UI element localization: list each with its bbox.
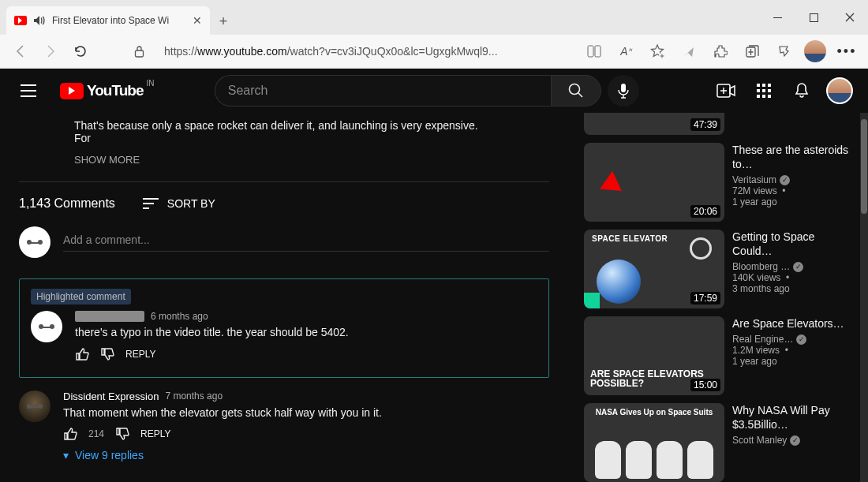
verified-icon bbox=[790, 435, 800, 446]
video-thumbnail[interactable]: 20:06 bbox=[584, 143, 724, 222]
video-title: Are Space Elevators… bbox=[732, 316, 852, 331]
browser-profile-button[interactable] bbox=[802, 39, 829, 64]
video-thumbnail[interactable]: 47:39 bbox=[584, 113, 724, 135]
divider bbox=[19, 181, 549, 182]
reply-button[interactable]: REPLY bbox=[140, 428, 170, 439]
channel-name[interactable]: Bloomberg … bbox=[732, 261, 790, 272]
url-text: https://www.youtube.com/watch?v=cv3iJQuQ… bbox=[164, 45, 498, 58]
comments-count: 1,143 Comments bbox=[19, 196, 115, 211]
svg-rect-14 bbox=[768, 89, 771, 92]
verified-icon bbox=[793, 262, 803, 272]
collections-icon[interactable] bbox=[739, 39, 765, 64]
guide-menu-button[interactable] bbox=[13, 75, 44, 106]
video-title: Getting to Space Could… bbox=[732, 230, 852, 258]
url-field[interactable]: https://www.youtube.com/watch?v=cv3iJQuQ… bbox=[156, 45, 576, 58]
extension-icon-1[interactable] bbox=[675, 39, 702, 64]
youtube-logo-icon bbox=[60, 83, 84, 99]
country-code: IN bbox=[146, 79, 154, 88]
channel-name[interactable]: Veritasium bbox=[732, 174, 776, 185]
channel-name[interactable]: Scott Manley bbox=[732, 435, 787, 446]
video-age: 1 year ago bbox=[732, 356, 852, 367]
svg-rect-13 bbox=[762, 89, 765, 92]
youtube-logo-text: YouTube bbox=[87, 82, 143, 99]
svg-rect-1 bbox=[135, 50, 143, 57]
tab-title: First Elevator into Space Wi bbox=[52, 15, 186, 26]
recommendation-item[interactable]: SPACE ELEVATOR 17:59 Getting to Space Co… bbox=[584, 230, 852, 308]
commenter-avatar[interactable] bbox=[19, 390, 51, 422]
extension-icon-2[interactable] bbox=[770, 39, 797, 64]
add-comment-input[interactable]: Add a comment... bbox=[63, 234, 549, 252]
tab-close-icon[interactable]: ✕ bbox=[193, 14, 202, 27]
comment-author[interactable]: Dissident Expression bbox=[63, 390, 159, 402]
show-more-button[interactable]: SHOW MORE bbox=[19, 151, 549, 177]
video-duration: 15:00 bbox=[690, 379, 720, 391]
window-minimize-button[interactable] bbox=[759, 0, 795, 35]
dislike-button[interactable] bbox=[100, 347, 114, 361]
view-replies-button[interactable]: ▾ View 9 replies bbox=[63, 449, 549, 461]
video-thumbnail[interactable]: SPACE ELEVATOR 17:59 bbox=[584, 230, 724, 308]
scrollbar-thumb[interactable] bbox=[861, 119, 867, 214]
commenter-avatar[interactable] bbox=[31, 311, 62, 342]
svg-rect-12 bbox=[757, 89, 760, 92]
split-screen-icon[interactable] bbox=[581, 39, 608, 64]
youtube-favicon bbox=[14, 16, 27, 25]
recommendation-item[interactable]: 47:39 6 days ago New bbox=[584, 113, 852, 135]
search-button[interactable] bbox=[551, 75, 601, 106]
caret-down-icon: ▾ bbox=[63, 449, 69, 461]
video-age: 1 year ago bbox=[732, 196, 852, 207]
new-tab-button[interactable]: + bbox=[210, 8, 237, 35]
svg-rect-2 bbox=[588, 46, 593, 57]
channel-name[interactable]: Real Engine… bbox=[732, 334, 793, 345]
forward-button[interactable] bbox=[38, 39, 63, 64]
like-button[interactable] bbox=[75, 347, 89, 361]
like-button[interactable] bbox=[63, 427, 77, 441]
create-button[interactable] bbox=[710, 75, 742, 106]
like-count: 214 bbox=[88, 428, 104, 439]
read-aloud-icon[interactable]: Aᴺ bbox=[612, 39, 639, 64]
svg-rect-7 bbox=[621, 84, 626, 92]
search-input[interactable] bbox=[215, 75, 551, 106]
verified-icon bbox=[796, 334, 806, 345]
svg-rect-16 bbox=[762, 95, 765, 98]
dislike-button[interactable] bbox=[115, 427, 129, 441]
video-duration: 17:59 bbox=[690, 292, 720, 305]
video-duration: 20:06 bbox=[690, 205, 720, 218]
reply-button[interactable]: REPLY bbox=[125, 349, 155, 360]
window-close-button[interactable] bbox=[832, 0, 868, 35]
account-button[interactable] bbox=[824, 75, 855, 106]
recommendation-item[interactable]: ARE SPACE ELEVATORS POSSIBLE? 15:00 Are … bbox=[584, 316, 852, 395]
site-info-lock-icon[interactable] bbox=[126, 39, 152, 64]
description-snippet: That's because only a space rocket can d… bbox=[19, 113, 549, 151]
audio-playing-icon[interactable] bbox=[33, 15, 46, 26]
apps-button[interactable] bbox=[748, 75, 780, 106]
comment: Dissident Expression 7 months ago That m… bbox=[19, 390, 549, 462]
comment-text: That moment when the elevator gets stuck… bbox=[63, 405, 549, 421]
video-thumbnail[interactable]: ARE SPACE ELEVATORS POSSIBLE? 15:00 bbox=[584, 316, 724, 395]
page-scrollbar[interactable] bbox=[860, 113, 868, 482]
sort-comments-button[interactable]: SORT BY bbox=[142, 197, 215, 210]
browser-tab[interactable]: First Elevator into Space Wi ✕ bbox=[6, 6, 210, 35]
comment-time[interactable]: 7 months ago bbox=[165, 390, 223, 402]
comment-time[interactable]: 6 months ago bbox=[151, 311, 208, 322]
voice-search-button[interactable] bbox=[608, 75, 639, 106]
video-duration: 47:39 bbox=[690, 118, 720, 131]
recommendation-item[interactable]: 20:06 These are the asteroids to… Verita… bbox=[584, 143, 852, 222]
notifications-button[interactable] bbox=[786, 75, 817, 106]
extensions-icon[interactable] bbox=[707, 39, 734, 64]
refresh-button[interactable] bbox=[68, 39, 93, 64]
recommendations-sidebar: 47:39 6 days ago New 20:06 These are the… bbox=[568, 113, 860, 482]
browser-menu-button[interactable]: ••• bbox=[833, 39, 860, 64]
back-button[interactable] bbox=[8, 39, 33, 64]
sort-label: SORT BY bbox=[167, 197, 215, 210]
address-bar: https://www.youtube.com/watch?v=cv3iJQuQ… bbox=[0, 35, 868, 69]
favorites-icon[interactable] bbox=[644, 39, 671, 64]
video-thumbnail[interactable]: NASA Gives Up on Space Suits bbox=[584, 403, 724, 482]
current-user-avatar[interactable] bbox=[19, 226, 51, 258]
window-maximize-button[interactable] bbox=[795, 0, 832, 35]
video-views: 1.2M views bbox=[732, 345, 780, 356]
svg-rect-15 bbox=[757, 95, 760, 98]
youtube-logo[interactable]: YouTube IN bbox=[60, 82, 143, 99]
comment-author[interactable] bbox=[75, 311, 144, 322]
video-title: These are the asteroids to… bbox=[732, 143, 852, 171]
recommendation-item[interactable]: NASA Gives Up on Space Suits Why NASA Wi… bbox=[584, 403, 852, 482]
